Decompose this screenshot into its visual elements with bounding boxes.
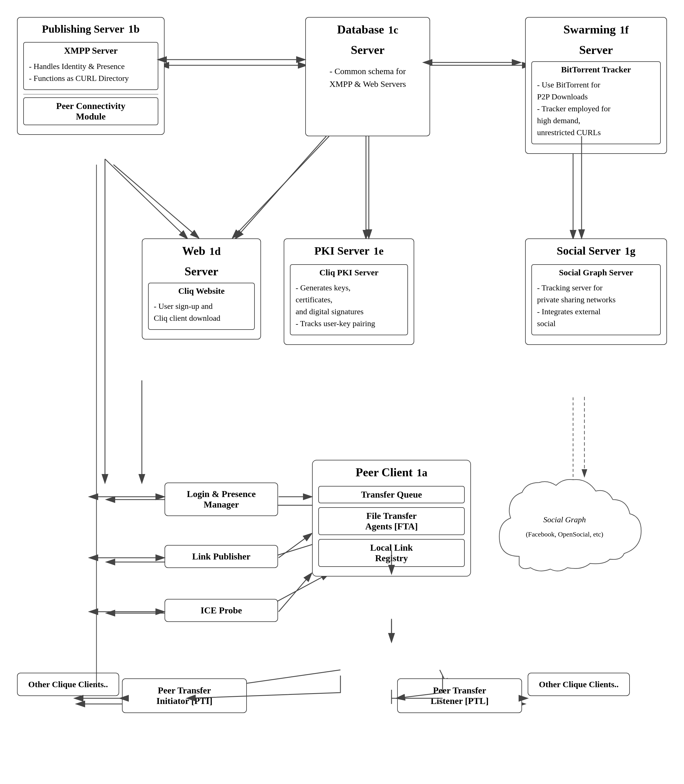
peer-connectivity-label: Peer ConnectivityModule bbox=[28, 101, 154, 122]
swarming-server-header: Swarming 1f bbox=[531, 23, 661, 39]
web-server-box: Web 1d Server Cliq Website - User sign-u… bbox=[142, 238, 261, 339]
database-server-box: Database 1c Server - Common schema forXM… bbox=[305, 17, 430, 136]
bittorrent-tracker-box: BitTorrent Tracker - Use BitTorrent forP… bbox=[531, 61, 661, 144]
social-graph-cloud: Social Graph (Facebook, OpenSocial, etc) bbox=[482, 477, 647, 585]
other-clique-right-label: Other Clique Clients.. bbox=[534, 679, 623, 689]
pki-server-num: 1e bbox=[373, 245, 384, 257]
web-server-num: 1d bbox=[210, 245, 221, 257]
cliq-website-label: Cliq Website bbox=[153, 286, 250, 296]
svg-text:Social Graph: Social Graph bbox=[543, 515, 586, 524]
diagram: Publishing Server 1b XMPP Server - Handl… bbox=[0, 0, 684, 784]
peer-client-num: 1a bbox=[416, 466, 427, 479]
transfer-queue-label: Transfer Queue bbox=[323, 489, 460, 500]
link-publisher-label: Link Publisher bbox=[171, 551, 272, 562]
svg-line-34 bbox=[113, 165, 198, 238]
local-link-box: Local LinkRegistry bbox=[318, 539, 465, 567]
social-server-num: 1g bbox=[625, 245, 636, 257]
pki-server-header: PKI Server 1e bbox=[290, 244, 408, 260]
web-server-header: Web 1d bbox=[148, 244, 255, 260]
local-link-label: Local LinkRegistry bbox=[323, 542, 460, 563]
swarming-server-box: Swarming 1f Server BitTorrent Tracker - … bbox=[525, 17, 667, 154]
social-server-header: Social Server 1g bbox=[531, 244, 661, 260]
xmpp-server-content: - Handles Identity & Presence- Functions… bbox=[28, 58, 154, 87]
other-clique-left-label: Other Clique Clients.. bbox=[24, 679, 112, 689]
cliq-website-box: Cliq Website - User sign-up andCliq clie… bbox=[148, 283, 255, 330]
cliq-pki-label: Cliq PKI Server bbox=[295, 268, 403, 277]
cliq-website-content: - User sign-up andCliq client download bbox=[153, 298, 250, 327]
login-presence-label: Login & PresenceManager bbox=[171, 489, 272, 510]
publishing-server-box: Publishing Server 1b XMPP Server - Handl… bbox=[17, 17, 165, 135]
peer-client-header: Peer Client 1a bbox=[318, 466, 465, 482]
cliq-pki-box: Cliq PKI Server - Generates keys,certifi… bbox=[290, 264, 408, 335]
peer-transfer-listener-box: Peer TransferListener [PTL] bbox=[397, 678, 522, 713]
peer-client-title: Peer Client bbox=[356, 466, 413, 479]
other-clique-left-box: Other Clique Clients.. bbox=[17, 673, 119, 696]
ice-probe-box: ICE Probe bbox=[165, 599, 278, 622]
svg-line-9 bbox=[105, 159, 187, 238]
svg-line-40 bbox=[279, 533, 311, 558]
publishing-server-num: 1b bbox=[128, 23, 140, 35]
database-server-title2: Server bbox=[311, 43, 424, 57]
database-server-num: 1c bbox=[388, 24, 398, 36]
peer-connectivity-box: Peer ConnectivityModule bbox=[23, 97, 158, 125]
web-server-title2: Server bbox=[148, 265, 255, 278]
pki-server-box: PKI Server 1e Cliq PKI Server - Generate… bbox=[284, 238, 414, 345]
login-presence-box: Login & PresenceManager bbox=[165, 483, 278, 516]
database-server-title: Database bbox=[337, 23, 384, 36]
peer-client-box: Peer Client 1a Transfer Queue File Trans… bbox=[312, 460, 471, 577]
ice-probe-label: ICE Probe bbox=[171, 605, 272, 616]
peer-transfer-listener-label: Peer TransferListener [PTL] bbox=[404, 685, 515, 706]
social-graph-server-box: Social Graph Server - Tracking server fo… bbox=[531, 264, 661, 335]
swarming-server-num: 1f bbox=[619, 24, 629, 36]
publishing-server-title: Publishing Server bbox=[42, 23, 124, 35]
other-clique-right-box: Other Clique Clients.. bbox=[528, 673, 630, 696]
peer-transfer-initiator-label: Peer TransferInitiator [PTI] bbox=[129, 685, 240, 706]
svg-line-41 bbox=[279, 573, 311, 612]
pki-server-title: PKI Server bbox=[315, 244, 369, 257]
publishing-server-header: Publishing Server 1b bbox=[23, 23, 158, 38]
social-server-title: Social Server bbox=[557, 244, 621, 257]
database-server-header: Database 1c bbox=[311, 23, 424, 39]
cloud-svg: Social Graph (Facebook, OpenSocial, etc) bbox=[482, 477, 647, 585]
social-graph-server-content: - Tracking server forprivate sharing net… bbox=[536, 280, 656, 332]
database-server-content: - Common schema forXMPP & Web Servers bbox=[311, 63, 424, 92]
bittorrent-tracker-label: BitTorrent Tracker bbox=[536, 65, 656, 74]
file-transfer-label: File TransferAgents [FTA] bbox=[323, 511, 460, 532]
swarming-server-title: Swarming bbox=[563, 23, 616, 36]
link-publisher-box: Link Publisher bbox=[165, 545, 278, 568]
social-graph-server-label: Social Graph Server bbox=[536, 268, 656, 277]
social-server-box: Social Server 1g Social Graph Server - T… bbox=[525, 238, 667, 345]
svg-line-6 bbox=[236, 136, 326, 238]
web-server-title: Web bbox=[182, 244, 205, 258]
transfer-queue-box: Transfer Queue bbox=[318, 486, 465, 503]
swarming-server-sub: Server bbox=[531, 43, 661, 57]
bittorrent-tracker-content: - Use BitTorrent forP2P Downloads- Track… bbox=[536, 77, 656, 141]
xmpp-server-box: XMPP Server - Handles Identity & Presenc… bbox=[23, 42, 158, 90]
file-transfer-box: File TransferAgents [FTA] bbox=[318, 507, 465, 535]
cliq-pki-content: - Generates keys,certificates,and digita… bbox=[295, 280, 403, 332]
svg-line-31 bbox=[232, 136, 329, 238]
svg-text:(Facebook, OpenSocial, etc): (Facebook, OpenSocial, etc) bbox=[526, 530, 603, 538]
xmpp-server-label: XMPP Server bbox=[28, 45, 154, 56]
peer-transfer-initiator-box: Peer TransferInitiator [PTI] bbox=[122, 678, 247, 713]
